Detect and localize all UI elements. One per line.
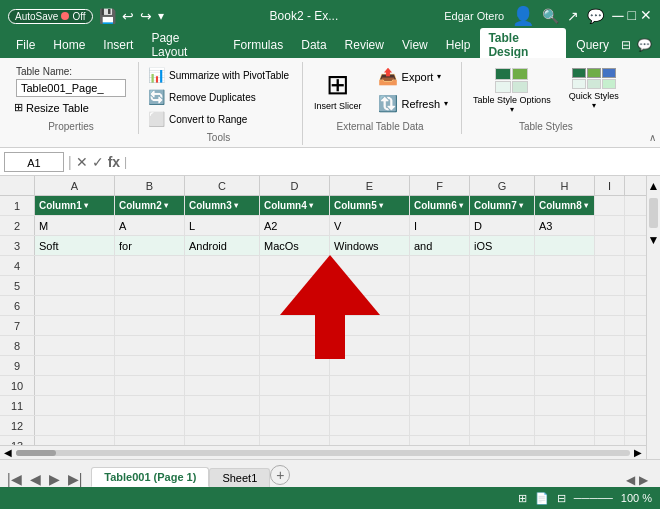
sheet-nav-prev[interactable]: ◀ [27,471,44,487]
cell-c6[interactable] [185,296,260,315]
cell-h4[interactable] [535,256,595,275]
cell-b12[interactable] [115,416,185,435]
cell-i8[interactable] [595,336,625,355]
cell-f6[interactable] [410,296,470,315]
cell-f1[interactable]: Column6 ▾ [410,196,470,215]
cell-b9[interactable] [115,356,185,375]
cell-g13[interactable] [470,436,535,445]
filter-arrow-h1[interactable]: ▾ [584,201,588,210]
cell-b3[interactable]: for [115,236,185,255]
cell-c8[interactable] [185,336,260,355]
menu-data[interactable]: Data [293,35,334,55]
sheet-nav-next[interactable]: ▶ [46,471,63,487]
cell-c4[interactable] [185,256,260,275]
cell-a4[interactable] [35,256,115,275]
filter-arrow-d1[interactable]: ▾ [309,201,313,210]
quick-styles-button[interactable]: Quick Styles ▾ [562,64,626,114]
cell-a12[interactable] [35,416,115,435]
summarize-pivottable-button[interactable]: 📊 Summarize with PivotTable [143,64,294,86]
cell-e3[interactable]: Windows [330,236,410,255]
undo-icon[interactable]: ↩ [122,8,134,24]
cell-i1[interactable] [595,196,625,215]
filter-arrow-e1[interactable]: ▾ [379,201,383,210]
cell-a9[interactable] [35,356,115,375]
menu-file[interactable]: File [8,35,43,55]
confirm-formula-icon[interactable]: ✓ [92,154,104,170]
cell-f13[interactable] [410,436,470,445]
comments-menu-icon[interactable]: 💬 [637,38,652,52]
filter-arrow-g1[interactable]: ▾ [519,201,523,210]
col-header-i[interactable]: I [595,176,625,195]
cell-a11[interactable] [35,396,115,415]
cell-d9[interactable] [260,356,330,375]
cell-g7[interactable] [470,316,535,335]
cell-b1[interactable]: Column2 ▾ [115,196,185,215]
cell-i10[interactable] [595,376,625,395]
cell-d13[interactable] [260,436,330,445]
cell-i5[interactable] [595,276,625,295]
cell-h10[interactable] [535,376,595,395]
cell-c13[interactable] [185,436,260,445]
sheet-scroll-right[interactable]: ▶ [639,473,648,487]
resize-table-button[interactable]: ⊞ Resize Table [12,99,91,116]
cell-h7[interactable] [535,316,595,335]
filter-arrow-c1[interactable]: ▾ [234,201,238,210]
cell-b5[interactable] [115,276,185,295]
table-name-input[interactable] [16,79,126,97]
menu-review[interactable]: Review [337,35,392,55]
normal-view-icon[interactable]: ⊞ [518,492,527,505]
customize-icon[interactable]: ▾ [158,9,164,23]
v-scroll-up[interactable]: ▲ [647,176,660,196]
cell-a1[interactable]: Column1 ▾ [35,196,115,215]
cell-b13[interactable] [115,436,185,445]
v-scroll-down[interactable]: ▼ [647,230,660,250]
cell-f9[interactable] [410,356,470,375]
vertical-scrollbar[interactable]: ▲ ▼ [646,176,660,459]
cell-h13[interactable] [535,436,595,445]
col-header-h[interactable]: H [535,176,595,195]
cell-f11[interactable] [410,396,470,415]
cell-a7[interactable] [35,316,115,335]
cell-d3[interactable]: MacOs [260,236,330,255]
menu-insert[interactable]: Insert [95,35,141,55]
sheet-tab-0[interactable]: Table001 (Page 1) [91,467,209,487]
cell-f4[interactable] [410,256,470,275]
cell-f7[interactable] [410,316,470,335]
cell-c11[interactable] [185,396,260,415]
cell-e13[interactable] [330,436,410,445]
cell-d12[interactable] [260,416,330,435]
cell-c12[interactable] [185,416,260,435]
cell-h1[interactable]: Column8 ▾ [535,196,595,215]
cell-e12[interactable] [330,416,410,435]
col-header-g[interactable]: G [470,176,535,195]
cell-a10[interactable] [35,376,115,395]
cell-d7[interactable] [260,316,330,335]
cell-e6[interactable] [330,296,410,315]
col-header-a[interactable]: A [35,176,115,195]
h-scroll-track[interactable] [16,450,630,456]
autosave-toggle[interactable]: AutoSave Off [8,9,93,24]
cell-d2[interactable]: A2 [260,216,330,235]
cell-e10[interactable] [330,376,410,395]
cell-g6[interactable] [470,296,535,315]
cell-h12[interactable] [535,416,595,435]
cell-f12[interactable] [410,416,470,435]
cell-d10[interactable] [260,376,330,395]
cell-f3[interactable]: and [410,236,470,255]
cell-e5[interactable] [330,276,410,295]
maximize-button[interactable]: □ [628,7,636,25]
sheet-nav-last[interactable]: ▶| [65,471,86,487]
cell-e2[interactable]: V [330,216,410,235]
minimize-button[interactable]: ─ [612,7,623,25]
cell-f8[interactable] [410,336,470,355]
cell-c9[interactable] [185,356,260,375]
cell-b4[interactable] [115,256,185,275]
cell-e11[interactable] [330,396,410,415]
search-icon[interactable]: 🔍 [542,8,559,24]
cell-g9[interactable] [470,356,535,375]
cell-a3[interactable]: Soft [35,236,115,255]
menu-page-layout[interactable]: Page Layout [143,28,223,62]
cell-h2[interactable]: A3 [535,216,595,235]
remove-duplicates-button[interactable]: 🔄 Remove Duplicates [143,86,261,108]
cell-d4[interactable] [260,256,330,275]
